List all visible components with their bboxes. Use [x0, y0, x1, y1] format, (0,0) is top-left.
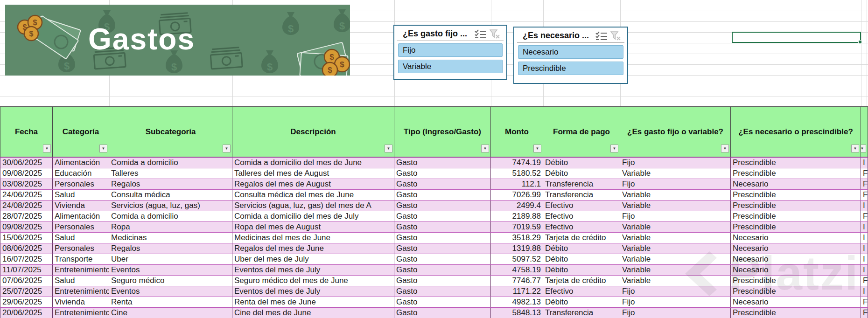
cell-fecha[interactable]: 09/08/2025 [0, 222, 53, 232]
cell-subcategoria[interactable]: Eventos [109, 286, 232, 297]
cell-monto[interactable]: 7474.19 [491, 158, 543, 168]
cell-categoria[interactable]: Personales [53, 243, 109, 254]
header-cell-descripcion[interactable]: Descripción▼ [232, 107, 394, 157]
cell-fecha[interactable]: 11/07/2025 [0, 265, 53, 275]
cell-categoria[interactable]: Transporte [53, 254, 109, 264]
cell-monto[interactable]: 1171.22 [491, 286, 543, 297]
cell-categoria[interactable]: Entretenimiento [53, 286, 109, 297]
filter-dropdown-button[interactable]: ▼ [481, 145, 489, 152]
cell-descripcion[interactable]: Eventos del mes de July [232, 286, 394, 297]
multiselect-icon[interactable] [595, 31, 608, 41]
cell-fecha[interactable]: 25/07/2025 [0, 286, 53, 297]
cell-subcategoria[interactable]: Consulta médica [109, 190, 232, 200]
cell-necesario-prescindible[interactable]: Prescindible [731, 222, 861, 232]
cell-monto[interactable]: 112.1 [491, 179, 543, 189]
cell-fecha[interactable]: 07/06/2025 [0, 276, 53, 286]
cell-forma-de-pago[interactable]: Débito [543, 254, 620, 264]
cell-monto[interactable]: 7746.77 [491, 276, 543, 286]
cell-forma-de-pago[interactable]: Tarjeta de crédito [543, 276, 620, 286]
cell-descripcion[interactable]: Consulta médica del mes de June [232, 190, 394, 200]
cell-descripcion[interactable]: Uber del mes de July [232, 254, 394, 264]
cell-monto[interactable]: 5097.52 [491, 254, 543, 264]
cell-subcategoria[interactable]: Servicios (agua, luz, gas) [109, 200, 232, 211]
cell-tipo[interactable]: Gasto [394, 222, 491, 232]
cell-monto[interactable]: 5180.52 [491, 168, 543, 179]
cell-forma-de-pago[interactable]: Transferencia [543, 190, 620, 200]
cell-necesario-prescindible[interactable]: Necesario [731, 265, 861, 275]
header-cell-es-necesario-o-prescindible[interactable]: ¿Es necesario o prescindible?▼ [731, 107, 861, 157]
cell-fecha[interactable]: 09/08/2025 [0, 168, 53, 179]
cell-tipo[interactable]: Gasto [394, 308, 491, 318]
cell-next[interactable]: I [861, 158, 868, 168]
cell-next[interactable]: I [861, 222, 868, 232]
cell-subcategoria[interactable]: Seguro médico [109, 276, 232, 286]
cell-descripcion[interactable]: Comida a domicilio del mes de July [232, 211, 394, 221]
cell-necesario-prescindible[interactable]: Prescindible [731, 168, 861, 179]
slicer-item-fijo[interactable]: Fijo [398, 43, 503, 57]
cell-next[interactable]: F [861, 297, 868, 307]
cell-tipo[interactable]: Gasto [394, 211, 491, 221]
cell-fecha[interactable]: 28/07/2025 [0, 211, 53, 221]
header-cell-tipo-ingreso-gasto[interactable]: Tipo (Ingreso/Gasto)▼ [394, 107, 491, 157]
header-cell-es-gasto-fijo-o-variable[interactable]: ¿Es gasto fijo o variable?▼ [620, 107, 731, 157]
cell-descripcion[interactable]: Regalos del mes de August [232, 179, 394, 189]
cell-tipo[interactable]: Gasto [394, 286, 491, 297]
cell-forma-de-pago[interactable]: Tarjeta de crédito [543, 233, 620, 243]
cell-monto[interactable]: 7019.59 [491, 222, 543, 232]
cell-monto[interactable]: 3518.29 [491, 233, 543, 243]
cell-gasto-fijo-variable[interactable]: Variable [620, 233, 731, 243]
cell-forma-de-pago[interactable]: Débito [543, 265, 620, 275]
cell-fecha[interactable]: 24/08/2025 [0, 200, 53, 211]
cell-necesario-prescindible[interactable]: Prescindible [731, 276, 861, 286]
cell-tipo[interactable]: Gasto [394, 190, 491, 200]
filter-dropdown-button[interactable]: ▼ [533, 145, 541, 152]
cell-next[interactable]: I [861, 200, 868, 211]
cell-fecha[interactable]: 08/06/2025 [0, 243, 53, 254]
cell-subcategoria[interactable]: Uber [109, 254, 232, 264]
cell-gasto-fijo-variable[interactable]: Fijo [620, 179, 731, 189]
cell-necesario-prescindible[interactable]: Necesario [731, 233, 861, 243]
cell-monto[interactable]: 2189.88 [491, 211, 543, 221]
cell-forma-de-pago[interactable]: Débito [543, 168, 620, 179]
multiselect-icon[interactable] [475, 29, 487, 39]
cell-necesario-prescindible[interactable]: Prescindible [731, 158, 861, 168]
cell-forma-de-pago[interactable]: Débito [543, 158, 620, 168]
header-cell-monto[interactable]: Monto▼ [491, 107, 543, 157]
cell-fecha[interactable]: 30/06/2025 [0, 158, 53, 168]
cell-next[interactable]: I [861, 254, 868, 264]
cell-fecha[interactable]: 03/08/2025 [0, 179, 53, 189]
cell-tipo[interactable]: Gasto [394, 200, 491, 211]
cell-descripcion[interactable]: Servicios (agua, luz, gas) del mes de A [232, 200, 394, 211]
cell-categoria[interactable]: Salud [53, 190, 109, 200]
cell-subcategoria[interactable]: Medicinas [109, 233, 232, 243]
cell-forma-de-pago[interactable]: Transferencia [543, 179, 620, 189]
cell-tipo[interactable]: Gasto [394, 254, 491, 264]
cell-categoria[interactable]: Salud [53, 233, 109, 243]
cell-fecha[interactable]: 24/06/2025 [0, 190, 53, 200]
cell-necesario-prescindible[interactable]: Necesario [731, 179, 861, 189]
cell-categoria[interactable]: Personales [53, 222, 109, 232]
cell-subcategoria[interactable]: Ropa [109, 222, 232, 232]
cell-gasto-fijo-variable[interactable]: Variable [620, 168, 731, 179]
cell-categoria[interactable]: Alimentación [53, 158, 109, 168]
cell-categoria[interactable]: Personales [53, 179, 109, 189]
cell-necesario-prescindible[interactable]: Necesario [731, 297, 861, 307]
cell-fecha[interactable]: 29/06/2025 [0, 297, 53, 307]
cell-subcategoria[interactable]: Comida a domicilio [109, 158, 232, 168]
cell-next[interactable]: I [861, 233, 868, 243]
header-cell-subcategoria[interactable]: Subcategoría▼ [109, 107, 232, 157]
cell-gasto-fijo-variable[interactable]: Fijo [620, 158, 731, 168]
cell-necesario-prescindible[interactable]: Necesario [731, 254, 861, 264]
cell-categoria[interactable]: Educación [53, 168, 109, 179]
filter-dropdown-button[interactable]: ▼ [385, 145, 392, 152]
cell-next[interactable]: I [861, 265, 868, 275]
cell-subcategoria[interactable]: Talleres [109, 168, 232, 179]
slicer-item-necesario[interactable]: Necesario [518, 45, 623, 59]
cell-tipo[interactable]: Gasto [394, 158, 491, 168]
cell-descripcion[interactable]: Comida a domicilio del mes de June [232, 158, 394, 168]
cell-forma-de-pago[interactable]: Efectivo [543, 286, 620, 297]
cell-next[interactable]: F [861, 179, 868, 189]
cell-categoria[interactable]: Alimentación [53, 211, 109, 221]
cell-tipo[interactable]: Gasto [394, 297, 491, 307]
cell-tipo[interactable]: Gasto [394, 243, 491, 254]
